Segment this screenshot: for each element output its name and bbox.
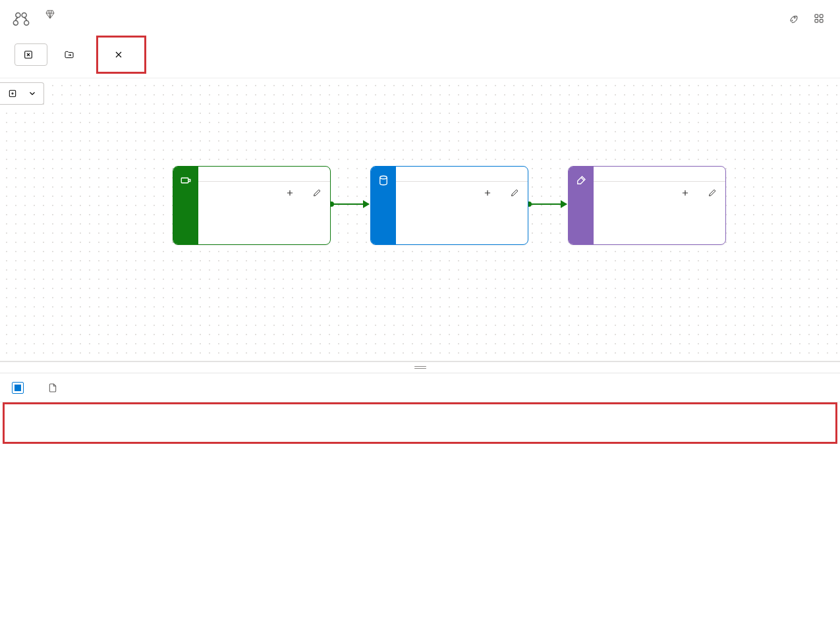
svg-rect-11 bbox=[181, 178, 188, 183]
rocket-icon bbox=[789, 13, 799, 24]
create-pipeline-button[interactable] bbox=[783, 9, 810, 28]
svg-rect-8 bbox=[820, 19, 823, 22]
plus-icon bbox=[483, 188, 492, 198]
plus-square-icon bbox=[8, 89, 17, 98]
folder-move-icon bbox=[64, 49, 74, 60]
chevron-down-icon bbox=[28, 89, 37, 98]
pencil-icon bbox=[510, 188, 520, 198]
task-node-prepare[interactable] bbox=[568, 166, 726, 245]
file-icon bbox=[47, 383, 58, 393]
database-icon bbox=[378, 174, 389, 186]
pencil-icon bbox=[708, 188, 717, 198]
plus-icon bbox=[681, 188, 690, 198]
plus-icon bbox=[285, 188, 294, 198]
unassign-button[interactable] bbox=[105, 43, 138, 66]
ingest-icon bbox=[180, 174, 192, 186]
premium-icon bbox=[45, 9, 55, 22]
svg-rect-6 bbox=[820, 14, 823, 18]
splitter-handle[interactable] bbox=[0, 362, 840, 373]
table-header bbox=[0, 373, 840, 402]
workspace-header bbox=[0, 0, 840, 36]
items-table bbox=[0, 373, 840, 402]
svg-point-4 bbox=[794, 17, 795, 18]
task-node-get-data[interactable] bbox=[173, 166, 331, 245]
selection-toolbar bbox=[0, 36, 840, 78]
clear-selection-icon bbox=[23, 49, 34, 60]
add-task-button[interactable] bbox=[0, 82, 44, 105]
edit-node-button[interactable] bbox=[308, 184, 326, 202]
svg-rect-7 bbox=[815, 19, 818, 22]
svg-point-12 bbox=[380, 176, 387, 179]
manage-access-button[interactable] bbox=[810, 9, 828, 28]
new-item-button[interactable] bbox=[478, 186, 503, 200]
flow-arrow bbox=[529, 203, 567, 205]
taskflow-canvas[interactable] bbox=[0, 78, 840, 362]
pencil-icon bbox=[312, 188, 322, 198]
task-node-store[interactable] bbox=[370, 166, 528, 245]
svg-rect-5 bbox=[815, 14, 818, 18]
workspace-icon bbox=[12, 11, 30, 29]
move-button[interactable] bbox=[55, 43, 88, 66]
svg-point-0 bbox=[16, 13, 20, 18]
close-icon bbox=[113, 49, 124, 60]
svg-point-2 bbox=[13, 20, 18, 25]
new-item-button[interactable] bbox=[675, 186, 700, 200]
svg-point-1 bbox=[22, 13, 26, 18]
selected-count-button[interactable] bbox=[14, 43, 47, 66]
select-all-checkbox[interactable] bbox=[12, 382, 24, 394]
new-item-button[interactable] bbox=[280, 186, 305, 200]
edit-node-button[interactable] bbox=[505, 184, 524, 202]
brush-icon bbox=[575, 174, 587, 186]
svg-point-3 bbox=[24, 20, 29, 25]
app-grid-icon bbox=[814, 13, 824, 24]
flow-arrow bbox=[331, 203, 369, 205]
highlight-annotation bbox=[3, 402, 837, 444]
edit-node-button[interactable] bbox=[703, 184, 721, 202]
